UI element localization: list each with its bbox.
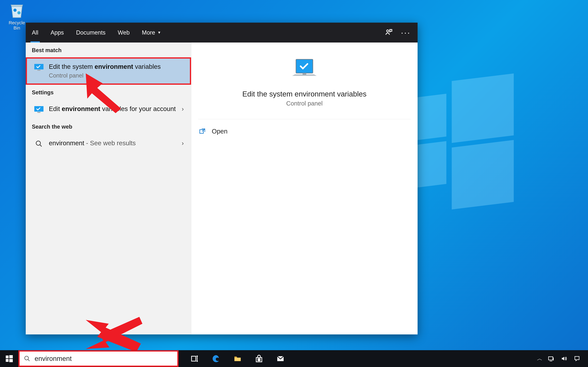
result-settings-title: Edit environment variables for your acco… [49, 105, 180, 113]
tray-network-icon[interactable] [544, 350, 557, 367]
header-settings: Settings [26, 85, 191, 100]
svg-rect-21 [258, 359, 259, 359]
edge-icon [212, 354, 220, 363]
taskbar-store[interactable] [248, 350, 270, 367]
svg-rect-6 [37, 112, 40, 113]
tab-web-label: Web [118, 29, 130, 36]
search-icon [24, 355, 30, 362]
windows-logo-icon [5, 354, 13, 363]
results-pane: Best match Edit the system environment v… [26, 42, 191, 334]
recycle-bin-icon [9, 2, 25, 19]
search-icon [33, 140, 44, 147]
tab-apps[interactable]: Apps [44, 23, 70, 42]
svg-rect-22 [259, 359, 260, 359]
open-icon [199, 128, 206, 135]
recycle-bin[interactable]: Recycle Bin [5, 2, 28, 31]
tab-web[interactable]: Web [112, 23, 136, 42]
tab-all-label: All [32, 29, 38, 36]
desktop: Recycle Bin All Apps Documents Web More▼… [0, 0, 588, 367]
svg-rect-4 [37, 70, 40, 71]
tab-documents-label: Documents [76, 29, 105, 36]
result-web-search[interactable]: environment - See web results › [26, 134, 191, 153]
preview-sub: Control panel [198, 100, 411, 107]
svg-rect-24 [259, 360, 260, 361]
taskbar-file-explorer[interactable] [227, 350, 248, 367]
svg-point-19 [25, 356, 28, 360]
taskbar: environment ︿ [0, 350, 588, 367]
preview-open-label: Open [212, 128, 227, 135]
tray-volume-icon[interactable] [557, 350, 571, 367]
recycle-bin-label: Recycle Bin [5, 20, 28, 31]
svg-rect-11 [200, 130, 204, 133]
result-best-match[interactable]: Edit the system environment variables Co… [26, 57, 191, 85]
taskbar-edge[interactable] [205, 350, 227, 367]
tab-documents[interactable]: Documents [70, 23, 112, 42]
folder-icon [233, 354, 242, 363]
system-tray: ︿ [535, 350, 588, 367]
store-icon [255, 354, 263, 363]
svg-rect-18 [9, 359, 13, 362]
svg-point-0 [13, 8, 17, 12]
preview-title: Edit the system environment variables [210, 90, 398, 98]
control-panel-monitor-icon [33, 106, 44, 113]
svg-rect-17 [6, 359, 9, 362]
header-best-match: Best match [26, 42, 191, 57]
taskbar-task-view[interactable] [184, 350, 205, 367]
task-view-icon [190, 354, 199, 363]
svg-rect-20 [191, 356, 196, 361]
header-search-web: Search the web [26, 119, 191, 134]
chevron-right-icon: › [180, 106, 184, 112]
more-options-icon[interactable]: ··· [399, 28, 418, 37]
search-tabs: All Apps Documents Web More▼ ··· [26, 23, 418, 42]
mail-icon [276, 354, 285, 363]
result-best-match-title: Edit the system environment variables [49, 62, 184, 71]
tray-action-center-icon[interactable] [571, 350, 583, 367]
svg-rect-15 [6, 355, 9, 358]
svg-point-1 [17, 11, 20, 14]
svg-rect-26 [548, 357, 553, 360]
svg-rect-10 [303, 73, 306, 75]
svg-point-2 [387, 30, 389, 32]
svg-rect-16 [9, 355, 13, 358]
preview-action-open[interactable]: Open [198, 125, 411, 138]
tab-more-label: More [142, 29, 155, 36]
chevron-right-icon: › [180, 140, 184, 147]
result-web-title: environment - See web results [49, 139, 180, 148]
wallpaper-windows-logo [404, 86, 514, 197]
control-panel-monitor-icon [33, 64, 44, 71]
feedback-icon[interactable] [382, 26, 396, 40]
svg-point-7 [36, 141, 40, 145]
taskbar-search-query: environment [35, 355, 72, 362]
preview-pane: Edit the system environment variables Co… [191, 42, 418, 334]
result-best-match-sub: Control panel [49, 72, 184, 79]
search-panel: All Apps Documents Web More▼ ··· Best ma… [26, 23, 418, 334]
svg-rect-23 [258, 360, 259, 361]
result-settings-env-account[interactable]: Edit environment variables for your acco… [26, 100, 191, 119]
tab-more[interactable]: More▼ [136, 23, 167, 42]
taskbar-search[interactable]: environment [18, 350, 179, 367]
preview-monitor-icon [289, 58, 320, 81]
tab-apps-label: Apps [51, 29, 64, 36]
tab-all[interactable]: All [26, 23, 44, 42]
tray-overflow-icon[interactable]: ︿ [535, 355, 544, 362]
taskbar-mail[interactable] [270, 350, 291, 367]
chevron-down-icon: ▼ [157, 30, 161, 35]
start-button[interactable] [0, 350, 18, 367]
